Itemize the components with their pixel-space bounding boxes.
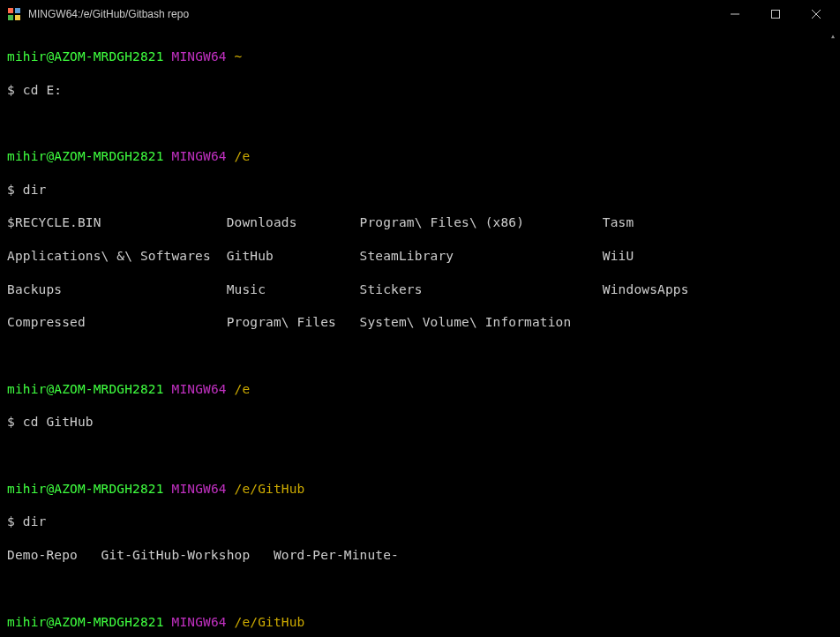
output-line: Backups Music Stickers WindowsApps [7, 281, 819, 298]
env: MINGW64 [172, 49, 227, 64]
svg-rect-3 [15, 15, 20, 20]
output-line: $RECYCLE.BIN Downloads Program\ Files\ (… [7, 214, 819, 231]
window-title: MINGW64:/e/GitHub/Gitbash repo [28, 8, 715, 20]
blank [7, 348, 819, 364]
app-icon [7, 7, 21, 21]
minimize-button[interactable] [715, 0, 755, 28]
scrollbar[interactable]: ▴ [826, 28, 840, 637]
svg-rect-2 [8, 15, 13, 20]
window-controls [715, 0, 836, 28]
prompt-line: mihir@AZOM-MRDGH2821 MINGW64 /e [7, 148, 819, 165]
command-line: $ dir [7, 513, 819, 530]
command-line: $ cd E: [7, 82, 819, 99]
command: cd E: [23, 83, 62, 97]
blank [7, 447, 819, 464]
terminal[interactable]: mihir@AZOM-MRDGH2821 MINGW64 ~ $ cd E: m… [0, 28, 826, 637]
scrollbar-up-icon[interactable]: ▴ [826, 28, 840, 42]
command-line: $ dir [7, 182, 819, 199]
svg-rect-5 [772, 11, 780, 19]
path: ~ [235, 49, 243, 64]
terminal-area: mihir@AZOM-MRDGH2821 MINGW64 ~ $ cd E: m… [0, 28, 840, 637]
prompt-line: mihir@AZOM-MRDGH2821 MINGW64 /e [7, 381, 819, 398]
maximize-button[interactable] [755, 0, 796, 28]
prompt-line: mihir@AZOM-MRDGH2821 MINGW64 /e/GitHub [7, 614, 819, 631]
blank [7, 115, 819, 131]
svg-rect-0 [8, 8, 13, 13]
user-host: mihir@AZOM-MRDGH2821 [7, 49, 164, 64]
blank [7, 581, 819, 597]
output-line: Applications\ &\ Softwares GitHub SteamL… [7, 248, 819, 265]
output-line: Demo-Repo Git-GitHub-Workshop Word-Per-M… [7, 547, 819, 564]
close-button[interactable] [796, 0, 836, 28]
titlebar: MINGW64:/e/GitHub/Gitbash repo [0, 0, 840, 28]
command-line: $ cd GitHub [7, 414, 819, 431]
prompt-line: mihir@AZOM-MRDGH2821 MINGW64 ~ [7, 49, 819, 65]
output-line: Compressed Program\ Files System\ Volume… [7, 314, 819, 331]
svg-rect-1 [15, 8, 20, 13]
prompt-line: mihir@AZOM-MRDGH2821 MINGW64 /e/GitHub [7, 481, 819, 498]
